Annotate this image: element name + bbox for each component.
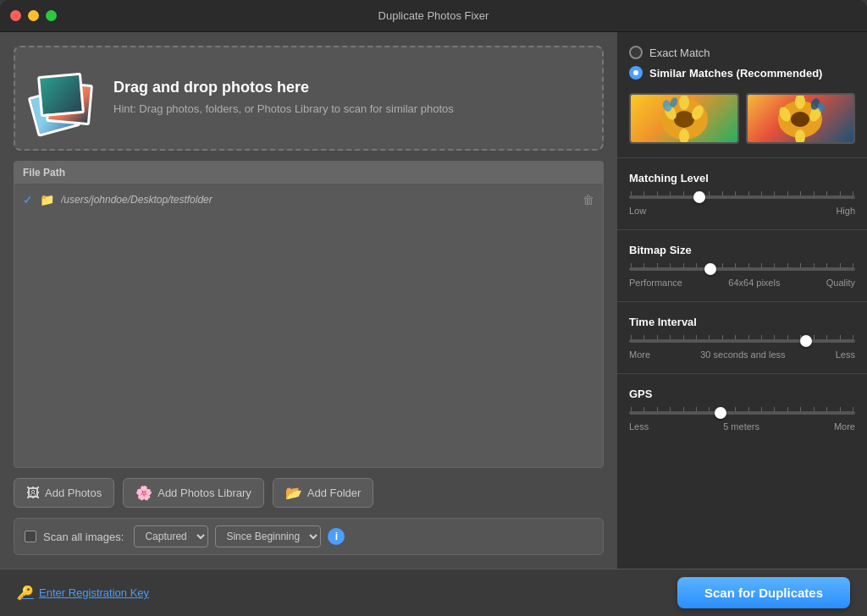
exact-match-label: Exact Match — [649, 47, 710, 59]
similar-match-option[interactable]: Similar Matches (Recommended) — [629, 66, 855, 80]
close-button[interactable] — [10, 10, 21, 21]
radio-inner — [633, 70, 638, 75]
matching-level-slider-wrapper — [629, 191, 855, 199]
add-photos-button[interactable]: 🖼 Add Photos — [14, 478, 114, 508]
table-row: ✓ 📁 /users/johndoe/Desktop/testfolder 🗑 — [14, 190, 603, 210]
similar-match-label: Similar Matches (Recommended) — [649, 67, 822, 80]
info-button[interactable]: i — [328, 528, 345, 545]
time-seconds-label: 30 seconds and less — [700, 349, 785, 360]
minimize-button[interactable] — [28, 10, 39, 21]
time-interval-section: Time Interval More 30 seconds and less L… — [629, 316, 855, 360]
time-interval-slider-wrapper — [629, 335, 855, 343]
exact-match-radio[interactable] — [629, 46, 643, 59]
add-photos-library-label: Add Photos Library — [157, 487, 251, 499]
photo-stack-icon — [32, 64, 100, 132]
bitmap-size-section: Bitmap Size Performance 64x64 pixels Qua… — [629, 244, 855, 288]
photos-icon: 🖼 — [26, 486, 40, 501]
drop-zone-hint: Hint: Drag photos, folders, or Photos Li… — [113, 102, 454, 117]
file-list-container: File Path ✓ 📁 /users/johndoe/Desktop/tes… — [14, 161, 604, 468]
bitmap-size-slider-wrapper — [629, 263, 855, 271]
photo-card-3 — [37, 73, 85, 117]
add-photos-library-button[interactable]: 🌸 Add Photos Library — [123, 478, 264, 508]
add-folder-button[interactable]: 📂 Add Folder — [273, 478, 374, 508]
window-controls — [10, 10, 57, 21]
gps-less-label: Less — [629, 421, 649, 432]
time-interval-input[interactable] — [629, 339, 855, 343]
matching-level-labels: Low High — [629, 206, 855, 216]
time-less-label: Less — [836, 349, 855, 360]
action-buttons: 🖼 Add Photos 🌸 Add Photos Library 📂 Add … — [14, 478, 604, 508]
folder-icon: 📁 — [40, 193, 54, 206]
main-container: Drag and drop photos here Hint: Drag pho… — [0, 32, 867, 569]
titlebar: Duplicate Photos Fixer — [0, 0, 867, 32]
file-list-header: File Path — [14, 162, 603, 184]
sample-image-1 — [629, 93, 739, 144]
svg-point-1 — [674, 111, 694, 128]
gps-labels: Less 5 meters More — [629, 421, 855, 432]
scan-all-label: Scan all images: — [43, 531, 124, 543]
sample-image-2 — [746, 93, 856, 144]
matching-level-title: Matching Level — [629, 172, 855, 184]
drop-zone-text: Drag and drop photos here Hint: Drag pho… — [113, 79, 454, 117]
matching-level-section: Matching Level Low High — [629, 172, 855, 216]
gps-more-label: More — [834, 421, 855, 432]
gps-input[interactable] — [629, 411, 855, 415]
app-title: Duplicate Photos Fixer — [378, 9, 489, 22]
similar-match-radio[interactable] — [629, 66, 643, 80]
gps-title: GPS — [629, 388, 855, 400]
captured-select[interactable]: Captured Modified Added — [134, 525, 208, 547]
exact-match-option[interactable]: Exact Match — [629, 46, 855, 59]
gps-slider-wrapper — [629, 407, 855, 415]
matching-high-label: High — [836, 206, 855, 216]
registration-link[interactable]: 🔑 Enter Registration Key — [17, 585, 149, 601]
matching-low-label: Low — [629, 206, 646, 216]
bitmap-perf-label: Performance — [629, 278, 682, 288]
drop-zone-heading: Drag and drop photos here — [113, 79, 454, 96]
match-options: Exact Match Similar Matches (Recommended… — [629, 46, 855, 80]
time-more-label: More — [629, 349, 650, 360]
delete-icon[interactable]: 🗑 — [583, 193, 594, 206]
right-panel: Exact Match Similar Matches (Recommended… — [617, 32, 867, 569]
divider-2 — [617, 229, 867, 230]
bitmap-size-labels: Performance 64x64 pixels Quality — [629, 278, 855, 288]
add-folder-label: Add Folder — [307, 487, 362, 499]
gps-meters-label: 5 meters — [723, 421, 759, 432]
drop-zone[interactable]: Drag and drop photos here Hint: Drag pho… — [14, 46, 604, 151]
sunflower-svg-1 — [659, 96, 710, 142]
maximize-button[interactable] — [46, 10, 57, 21]
scan-options: Scan all images: Captured Modified Added… — [14, 518, 604, 555]
gps-section: GPS Less 5 meters More — [629, 388, 855, 432]
bitmap-size-title: Bitmap Size — [629, 244, 855, 256]
divider-3 — [617, 301, 867, 302]
svg-point-9 — [791, 112, 809, 127]
file-list-content: ✓ 📁 /users/johndoe/Desktop/testfolder 🗑 — [14, 184, 603, 215]
scan-button[interactable]: Scan for Duplicates — [677, 577, 850, 608]
sample-images — [629, 93, 855, 144]
since-select[interactable]: Since Beginning Last Day Last Week Last … — [215, 525, 321, 547]
bottom-bar: 🔑 Enter Registration Key Scan for Duplic… — [0, 569, 867, 616]
time-interval-labels: More 30 seconds and less Less — [629, 349, 855, 360]
registration-link-text: Enter Registration Key — [39, 586, 149, 599]
folder-add-icon: 📂 — [285, 485, 302, 501]
file-path: /users/johndoe/Desktop/testfolder — [61, 194, 576, 206]
scan-all-checkbox[interactable] — [25, 531, 36, 542]
divider-1 — [617, 157, 867, 158]
bitmap-pixels-label: 64x64 pixels — [728, 278, 780, 288]
matching-level-input[interactable] — [629, 195, 855, 199]
left-panel: Drag and drop photos here Hint: Drag pho… — [0, 32, 617, 569]
bitmap-quality-label: Quality — [826, 278, 855, 288]
library-icon: 🌸 — [135, 485, 152, 501]
check-icon: ✓ — [23, 193, 33, 206]
time-interval-title: Time Interval — [629, 316, 855, 328]
sunflower-svg-2 — [775, 96, 826, 142]
add-photos-label: Add Photos — [45, 487, 102, 499]
divider-4 — [617, 373, 867, 374]
bitmap-size-input[interactable] — [629, 267, 855, 271]
key-icon: 🔑 — [17, 585, 34, 601]
